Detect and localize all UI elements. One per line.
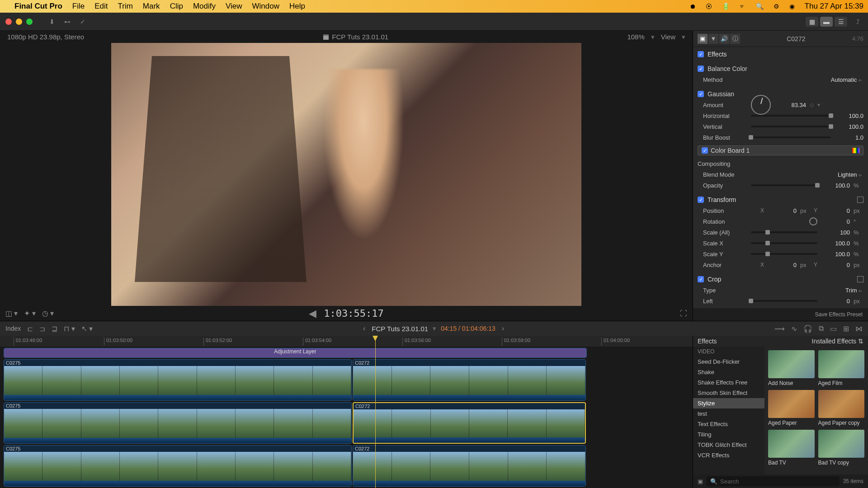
effects-browser-toggle-icon[interactable]: ⊞ bbox=[843, 324, 849, 333]
menu-window[interactable]: Window bbox=[252, 2, 279, 11]
record-icon[interactable]: ⏺ bbox=[689, 3, 696, 10]
retime-tool-icon[interactable]: ◷ ▾ bbox=[42, 309, 54, 318]
library-toggle-icon[interactable]: ▣ bbox=[698, 478, 703, 485]
clip-c0272-top[interactable]: C0272 bbox=[353, 359, 586, 401]
effect-item[interactable]: Bad TV bbox=[768, 430, 815, 466]
fx-cat-item[interactable]: Text Effects bbox=[693, 419, 764, 429]
timeline-project-name[interactable]: FCP Tuts 23.01.01 bbox=[372, 325, 428, 333]
timeline-prev-icon[interactable]: ‹ bbox=[363, 324, 365, 333]
menubar-clock[interactable]: Thu 27 Apr 15:39 bbox=[805, 2, 863, 11]
blur-boost-slider[interactable] bbox=[751, 136, 831, 138]
color-board-row[interactable]: ✓ Color Board 1 bbox=[698, 145, 863, 155]
horizontal-slider[interactable] bbox=[751, 115, 831, 117]
overwrite-clip-icon[interactable]: ⊓ ▾ bbox=[64, 324, 75, 333]
effects-search-input[interactable]: 🔍 Search bbox=[707, 476, 840, 486]
crop-checkbox[interactable]: ✓ bbox=[698, 276, 704, 282]
amount-reset-icon[interactable]: ▾ bbox=[817, 102, 820, 108]
spotlight-icon[interactable]: 🔍 bbox=[756, 3, 764, 10]
anchor-x-value[interactable]: 0 bbox=[768, 262, 797, 268]
layout-timeline-button[interactable]: ▬ bbox=[820, 17, 833, 27]
menu-clip[interactable]: Clip bbox=[170, 2, 183, 11]
effects-checkbox[interactable]: ✓ bbox=[698, 51, 704, 57]
color-inspector-tab[interactable]: ▼ bbox=[708, 34, 718, 44]
fx-cat-item[interactable]: test bbox=[693, 408, 764, 419]
video-preview[interactable] bbox=[111, 43, 581, 306]
info-inspector-tab[interactable]: ⓘ bbox=[730, 34, 740, 44]
clip-c0275-bottom[interactable]: C0275 bbox=[4, 445, 352, 487]
fx-cat-item[interactable]: Seed De-Flicker bbox=[693, 357, 764, 367]
enhance-tool-icon[interactable]: ✦ ▾ bbox=[24, 309, 35, 318]
fx-cat-item-active[interactable]: Stylize bbox=[693, 398, 764, 408]
vertical-value[interactable]: 100.0 bbox=[835, 123, 863, 130]
fx-cat-item[interactable]: TOBK Glitch Effect bbox=[693, 440, 764, 450]
siri-icon[interactable]: ◉ bbox=[789, 3, 795, 10]
audio-inspector-tab[interactable]: 🔊 bbox=[719, 34, 729, 44]
crop-type-select[interactable]: Trim bbox=[751, 287, 863, 294]
installed-effects-dropdown[interactable]: Installed Effects ⇅ bbox=[812, 338, 863, 345]
scale-all-slider[interactable] bbox=[751, 231, 817, 233]
method-select[interactable]: Automatic bbox=[751, 76, 863, 83]
adjustment-layer-clip[interactable]: Adjustment Layer bbox=[4, 348, 587, 358]
crop-reset-icon[interactable] bbox=[857, 276, 863, 282]
play-backward-icon[interactable]: ◀ bbox=[309, 308, 316, 319]
menu-view[interactable]: View bbox=[226, 2, 242, 11]
timeline-ruler[interactable]: 01:03:48:00 01:03:50:00 01:03:52:00 01:0… bbox=[0, 336, 693, 347]
blur-boost-value[interactable]: 1.0 bbox=[835, 134, 863, 141]
scale-y-value[interactable]: 100.0 bbox=[821, 251, 850, 258]
background-tasks-icon[interactable]: ✓ bbox=[78, 17, 88, 27]
opacity-slider[interactable] bbox=[751, 184, 817, 186]
menu-trim[interactable]: Trim bbox=[118, 2, 132, 11]
fx-cat-item[interactable]: Shake Effects Free bbox=[693, 377, 764, 388]
select-tool-icon[interactable]: ↖ ▾ bbox=[81, 324, 93, 333]
amount-keyframe-icon[interactable]: ◇ bbox=[810, 102, 814, 108]
menu-mark[interactable]: Mark bbox=[143, 2, 160, 11]
fx-cat-item[interactable]: Shake bbox=[693, 367, 764, 377]
battery-icon[interactable]: 🔋 bbox=[722, 3, 730, 10]
clip-c0275-mid[interactable]: C0275 bbox=[4, 402, 352, 444]
balance-color-checkbox[interactable]: ✓ bbox=[698, 66, 704, 72]
horizontal-value[interactable]: 100.0 bbox=[835, 113, 863, 119]
rotation-value[interactable]: 0 bbox=[821, 218, 850, 225]
share-icon[interactable]: ⤴ bbox=[853, 17, 863, 27]
scale-x-value[interactable]: 100.0 bbox=[821, 240, 850, 247]
playhead[interactable] bbox=[375, 336, 376, 488]
minimize-window-button[interactable] bbox=[16, 19, 22, 25]
snapping-icon[interactable]: ⧉ bbox=[819, 324, 824, 333]
vertical-slider[interactable] bbox=[751, 126, 831, 127]
clip-c0275-top[interactable]: C0275 bbox=[4, 359, 352, 401]
control-center-icon[interactable]: ⚙ bbox=[774, 3, 779, 10]
effect-item[interactable]: Add Noise bbox=[768, 350, 815, 386]
screencast-icon[interactable]: ⦿ bbox=[706, 3, 712, 10]
position-x-value[interactable]: 0 bbox=[768, 207, 797, 214]
video-inspector-tab[interactable]: ▣ bbox=[698, 34, 708, 44]
solo-icon[interactable]: 🎧 bbox=[803, 324, 812, 333]
audio-skimming-icon[interactable]: ∿ bbox=[791, 324, 797, 333]
fullscreen-window-button[interactable] bbox=[26, 19, 33, 25]
connect-clip-icon[interactable]: ⊏ bbox=[27, 324, 33, 333]
clip-c0272-selected[interactable]: C0272 bbox=[353, 402, 586, 444]
fx-cat-item[interactable]: Smooth Skin Effect bbox=[693, 388, 764, 398]
amount-dial[interactable] bbox=[751, 95, 771, 115]
gaussian-checkbox[interactable]: ✓ bbox=[698, 91, 704, 97]
crop-left-value[interactable]: 0 bbox=[821, 298, 850, 305]
clip-c0272-bottom[interactable]: C0272 bbox=[353, 445, 586, 487]
transform-checkbox[interactable]: ✓ bbox=[698, 197, 704, 203]
layout-inspector-button[interactable]: ☰ bbox=[835, 17, 847, 27]
amount-value[interactable]: 83.34 bbox=[777, 102, 806, 108]
menu-modify[interactable]: Modify bbox=[193, 2, 216, 11]
timeline-tracks[interactable]: 01:03:48:00 01:03:50:00 01:03:52:00 01:0… bbox=[0, 336, 693, 488]
timeline-next-icon[interactable]: › bbox=[502, 324, 504, 333]
scale-y-slider[interactable] bbox=[751, 253, 817, 255]
opacity-value[interactable]: 100.0 bbox=[821, 182, 850, 189]
rotation-dial[interactable] bbox=[809, 217, 817, 225]
view-menu[interactable]: View bbox=[661, 33, 675, 41]
insert-clip-icon[interactable]: ⊐ bbox=[39, 324, 45, 333]
layout-browser-button[interactable]: ▦ bbox=[806, 17, 818, 27]
fx-cat-item[interactable]: VCR Effects bbox=[693, 450, 764, 460]
color-board-checkbox[interactable]: ✓ bbox=[702, 147, 708, 154]
app-menu[interactable]: Final Cut Pro bbox=[14, 2, 62, 11]
scale-all-value[interactable]: 100 bbox=[821, 229, 850, 236]
close-window-button[interactable] bbox=[5, 19, 12, 25]
transform-reset-icon[interactable] bbox=[857, 197, 863, 203]
position-y-value[interactable]: 0 bbox=[821, 207, 850, 214]
